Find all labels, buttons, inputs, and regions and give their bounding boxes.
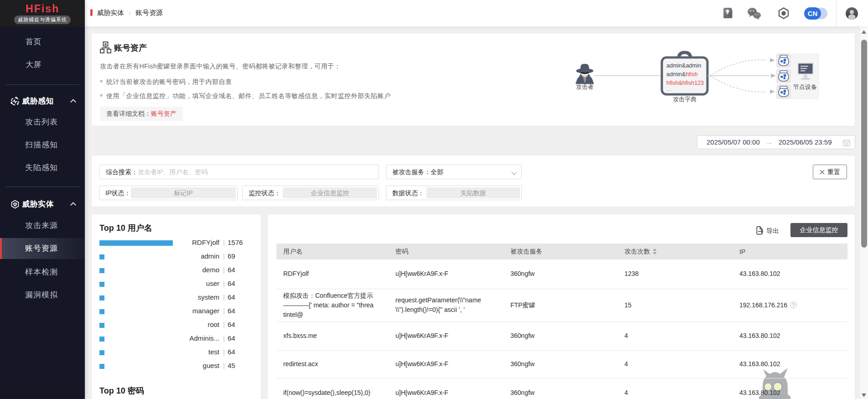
svg-text:admin&hfish: admin&hfish xyxy=(666,71,698,78)
svg-text:攻击者: 攻击者 xyxy=(576,83,594,90)
svg-text:hfish&hfish123: hfish&hfish123 xyxy=(666,80,704,86)
svg-text:攻击字典: 攻击字典 xyxy=(673,96,696,103)
svg-text:...: ... xyxy=(666,86,671,92)
svg-text:节点设备: 节点设备 xyxy=(793,83,817,90)
svg-text:admin&admin: admin&admin xyxy=(666,62,701,69)
